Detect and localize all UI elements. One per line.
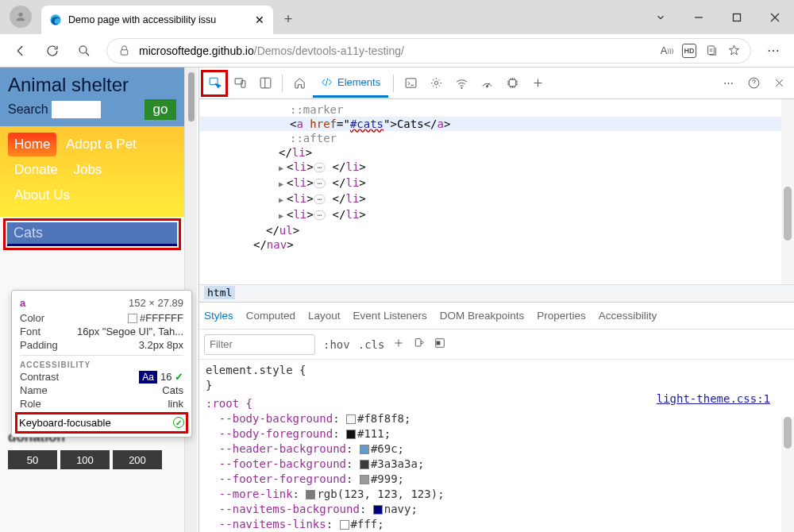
svg-point-15 (434, 81, 437, 84)
svg-point-6 (79, 46, 87, 53)
tab-close-icon[interactable]: ✕ (254, 14, 265, 25)
highlighted-element: Cats (3, 218, 181, 250)
console-tab-icon[interactable] (399, 71, 422, 95)
maximize-button[interactable] (718, 0, 756, 34)
search-input[interactable] (52, 101, 101, 118)
elements-tab[interactable]: Elements (313, 69, 388, 98)
minimize-button[interactable] (680, 0, 718, 34)
network-tab-icon[interactable] (449, 71, 473, 95)
event-listeners-tab[interactable]: Event Listeners (353, 310, 427, 322)
styles-tab[interactable]: Styles (204, 310, 233, 322)
svg-point-16 (461, 87, 461, 88)
hov-button[interactable]: :hov (323, 338, 350, 351)
address-bar: microsoftedge.github.io/Demos/devtools-a… (0, 34, 794, 67)
memory-tab-icon[interactable] (500, 71, 524, 95)
styles-rules[interactable]: element.style { } :root { light-theme.cs… (199, 360, 794, 532)
browser-titlebar: Demo page with accessibility issu ✕ + (0, 0, 794, 34)
close-window-button[interactable] (756, 0, 794, 34)
page-title: Animal shelter (8, 74, 176, 96)
more-tabs-button[interactable] (526, 71, 549, 95)
font-editor-button[interactable] (413, 337, 426, 352)
performance-tab-icon[interactable] (475, 71, 499, 95)
chevron-down-icon[interactable] (642, 0, 680, 34)
source-link[interactable]: light-theme.css:1 (657, 391, 770, 407)
hd-icon[interactable]: HD (682, 44, 696, 58)
collections-icon[interactable] (704, 44, 719, 58)
svg-point-17 (486, 86, 488, 87)
sources-tab-icon[interactable] (424, 71, 448, 95)
search-button[interactable] (70, 37, 98, 65)
nav-about[interactable]: About Us (8, 183, 76, 207)
svg-rect-14 (406, 79, 416, 87)
layout-tab[interactable]: Layout (308, 310, 341, 322)
browser-tab[interactable]: Demo page with accessibility issu ✕ (41, 6, 273, 34)
profile-button[interactable] (10, 6, 32, 28)
properties-tab[interactable]: Properties (537, 310, 586, 322)
svg-rect-8 (707, 46, 714, 55)
more-menu-button[interactable]: ⋯ (759, 37, 788, 65)
styles-scrollbar[interactable] (781, 417, 794, 532)
nav-home[interactable]: Home (8, 133, 56, 156)
selected-element-row: <a href="#cats">Cats</a> (199, 117, 781, 131)
go-button[interactable]: go (145, 99, 176, 120)
styles-subtabs: Styles Computed Layout Event Listeners D… (199, 303, 794, 330)
tooltip-tag: a (20, 297, 25, 309)
devtools-help-button[interactable] (742, 71, 765, 95)
svg-point-0 (18, 13, 22, 17)
nav-adopt[interactable]: Adopt a Pet (60, 133, 143, 156)
edge-favicon-icon (49, 13, 62, 26)
svg-rect-28 (437, 341, 440, 345)
devtools-more-button[interactable]: ⋯ (716, 71, 740, 95)
layout-editor-button[interactable] (434, 337, 446, 352)
donate-100-button[interactable]: 100 (60, 450, 110, 469)
url-text: microsoftedge.github.io/Demos/devtools-a… (139, 44, 652, 57)
donate-200-button[interactable]: 200 (113, 450, 162, 469)
cats-link[interactable]: Cats (7, 222, 177, 246)
nav-donate[interactable]: Donate (8, 158, 64, 182)
url-field[interactable]: microsoftedge.github.io/Demos/devtools-a… (106, 38, 751, 64)
main-nav: Home Adopt a Pet Donate Jobs About Us (0, 126, 184, 217)
devtools-close-button[interactable] (767, 71, 791, 95)
tooltip-dimensions: 152 × 27.89 (129, 297, 183, 309)
lock-icon (117, 44, 131, 58)
elements-tree[interactable]: ::marker <a href="#cats">Cats</a> ::afte… (199, 99, 781, 284)
window-controls (642, 0, 794, 34)
device-toggle-button[interactable] (228, 71, 252, 95)
tab-title: Demo page with accessibility issu (68, 14, 248, 25)
inspect-element-button[interactable] (202, 71, 226, 95)
svg-rect-3 (734, 13, 741, 21)
keyboard-focusable-row: Keyboard-focusable✓ (15, 412, 188, 434)
svg-rect-26 (416, 339, 422, 346)
devtools-tabstrip: Elements ⋯ (199, 67, 794, 99)
elements-breadcrumb[interactable]: html (199, 284, 794, 302)
back-button[interactable] (6, 37, 35, 65)
nav-jobs[interactable]: Jobs (67, 158, 108, 182)
check-icon: ✓ (173, 417, 184, 428)
search-label: Search (8, 102, 48, 117)
donate-50-button[interactable]: 50 (8, 450, 57, 469)
new-tab-button[interactable]: + (276, 7, 300, 31)
new-rule-button[interactable] (392, 337, 405, 352)
computed-tab[interactable]: Computed (246, 310, 295, 322)
panel-layout-button[interactable] (253, 71, 277, 95)
elements-scrollbar[interactable] (781, 99, 794, 284)
reading-aloud-icon[interactable]: A))) (660, 44, 674, 58)
favorite-icon[interactable] (727, 44, 741, 58)
inspect-tooltip: a 152 × 27.89 Color#FFFFFF Font16px "Seg… (11, 290, 192, 438)
dom-breakpoints-tab[interactable]: DOM Breakpoints (440, 310, 525, 322)
styles-pane: Styles Computed Layout Event Listeners D… (199, 302, 794, 532)
welcome-tab[interactable] (287, 71, 311, 95)
accessibility-tab[interactable]: Accessibility (599, 310, 657, 322)
styles-filter-input[interactable] (204, 334, 315, 355)
check-icon: ✓ (175, 371, 183, 383)
svg-rect-7 (121, 50, 128, 55)
cls-button[interactable]: .cls (358, 338, 385, 351)
svg-rect-12 (260, 78, 271, 88)
refresh-button[interactable] (38, 37, 67, 65)
svg-rect-18 (509, 79, 516, 87)
devtools-panel: Elements ⋯ ::marker <a href="#cats">Cats… (198, 67, 794, 532)
